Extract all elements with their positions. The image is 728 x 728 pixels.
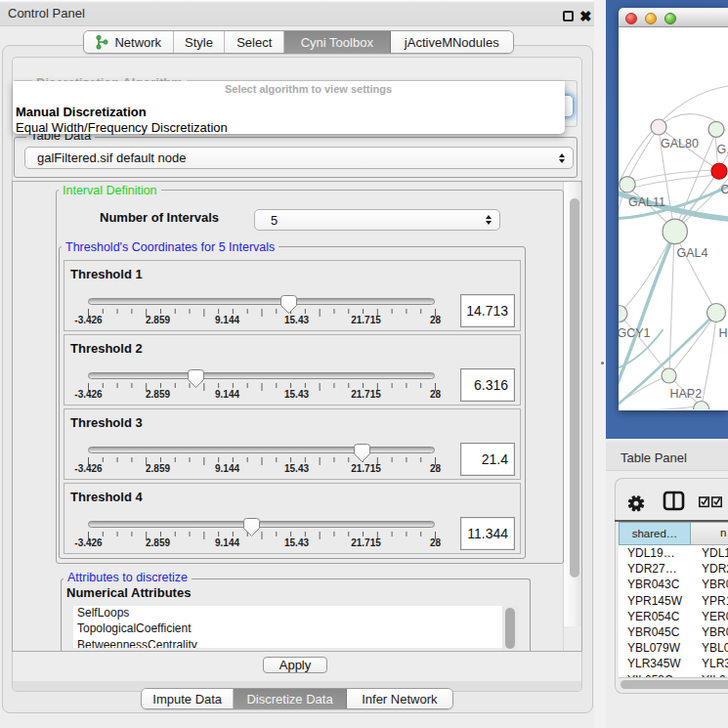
svg-text:HAP2: HAP2: [670, 387, 703, 401]
svg-text:GAL4: GAL4: [677, 246, 708, 260]
svg-text:GAL11: GAL11: [628, 195, 665, 209]
svg-text:GCY1: GCY1: [619, 326, 651, 340]
svg-text:H: H: [719, 326, 728, 340]
svg-text:GAL80: GAL80: [661, 137, 699, 150]
svg-text:C: C: [721, 183, 728, 196]
svg-text:G.: G.: [717, 143, 728, 156]
